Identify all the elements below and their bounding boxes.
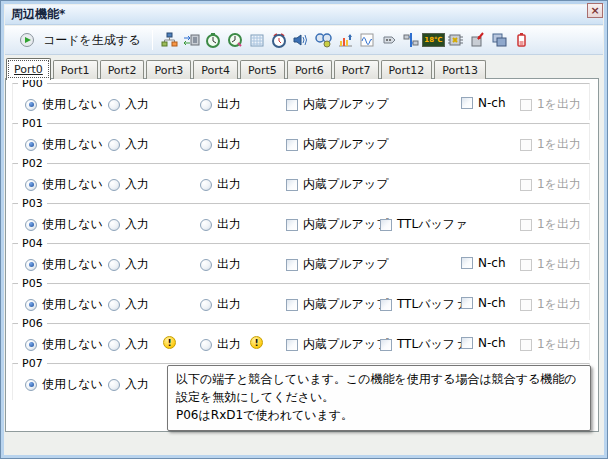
- lcd-temperature-icon[interactable]: 18℃: [422, 30, 444, 51]
- port-io-icon[interactable]: [180, 30, 202, 51]
- ad-converter-icon[interactable]: [334, 30, 356, 51]
- multiplier-chip-icon[interactable]: [444, 30, 466, 51]
- realtime-clock-icon[interactable]: [268, 30, 290, 51]
- device-tree-icon[interactable]: [158, 30, 180, 51]
- serial-bus-icon[interactable]: [400, 30, 422, 51]
- radio-input[interactable]: 入力: [108, 256, 149, 273]
- radio-indicator[interactable]: [200, 219, 212, 231]
- radio-unused[interactable]: 使用しない: [25, 216, 103, 233]
- radio-indicator[interactable]: [200, 339, 212, 351]
- checkbox-pullup[interactable]: 内蔵プルアップ: [286, 96, 388, 113]
- tab-port12[interactable]: Port12: [381, 60, 433, 79]
- radio-indicator[interactable]: [25, 99, 37, 111]
- radio-unused[interactable]: 使用しない: [25, 96, 103, 113]
- buzzer-icon[interactable]: [290, 30, 312, 51]
- checkbox-pullup[interactable]: 内蔵プルアップ: [286, 336, 388, 353]
- radio-input[interactable]: 入力: [108, 176, 149, 193]
- interval-grid-icon[interactable]: [246, 30, 268, 51]
- radio-indicator[interactable]: [108, 139, 120, 151]
- tab-port3[interactable]: Port3: [146, 60, 191, 79]
- cb-indicator[interactable]: [286, 219, 298, 231]
- cb-indicator[interactable]: [286, 139, 298, 151]
- watch-gear-icon[interactable]: [312, 30, 334, 51]
- watchdog-timer-icon[interactable]: [224, 30, 246, 51]
- checkbox-pullup[interactable]: 内蔵プルアップ: [286, 136, 388, 153]
- warning-icon[interactable]: !: [163, 336, 176, 349]
- radio-indicator[interactable]: [200, 259, 212, 271]
- radio-indicator[interactable]: [108, 179, 120, 191]
- radio-output[interactable]: 出力: [200, 256, 241, 273]
- radio-indicator[interactable]: [108, 219, 120, 231]
- checkbox-nch[interactable]: N-ch: [461, 336, 506, 350]
- chip-stack-icon[interactable]: [488, 30, 510, 51]
- radio-input[interactable]: 入力: [108, 216, 149, 233]
- radio-indicator[interactable]: [200, 139, 212, 151]
- checkbox-pullup[interactable]: 内蔵プルアップ: [286, 216, 388, 233]
- tab-port6[interactable]: Port6: [287, 60, 332, 79]
- radio-unused[interactable]: 使用しない: [25, 136, 103, 153]
- cb-indicator[interactable]: [286, 299, 298, 311]
- close-icon[interactable]: ×: [587, 3, 603, 18]
- radio-output[interactable]: 出力: [200, 216, 241, 233]
- cb-indicator[interactable]: [380, 299, 392, 311]
- radio-indicator[interactable]: [108, 259, 120, 271]
- tab-port7[interactable]: Port7: [334, 60, 379, 79]
- radio-input[interactable]: 入力: [108, 336, 149, 353]
- radio-indicator[interactable]: [108, 99, 120, 111]
- radio-unused[interactable]: 使用しない: [25, 296, 103, 313]
- radio-indicator[interactable]: [108, 299, 120, 311]
- cb-indicator[interactable]: [380, 339, 392, 351]
- checkbox-nch[interactable]: N-ch: [461, 256, 506, 270]
- radio-unused[interactable]: 使用しない: [25, 376, 103, 393]
- tab-port13[interactable]: Port13: [434, 60, 486, 79]
- radio-output[interactable]: 出力: [200, 336, 241, 353]
- radio-indicator[interactable]: [108, 379, 120, 391]
- cb-indicator[interactable]: [461, 257, 473, 269]
- cb-indicator[interactable]: [380, 219, 392, 231]
- radio-output[interactable]: 出力: [200, 296, 241, 313]
- radio-input[interactable]: 入力: [108, 296, 149, 313]
- cb-indicator[interactable]: [286, 339, 298, 351]
- checkbox-ttl[interactable]: TTLバッファ: [380, 296, 467, 313]
- radio-indicator[interactable]: [25, 139, 37, 151]
- dma-chip-icon[interactable]: [466, 30, 488, 51]
- radio-unused[interactable]: 使用しない: [25, 176, 103, 193]
- timer-icon[interactable]: [202, 30, 224, 51]
- tab-port4[interactable]: Port4: [193, 60, 238, 79]
- checkbox-nch[interactable]: N-ch: [461, 96, 506, 110]
- radio-unused[interactable]: 使用しない: [25, 336, 103, 353]
- radio-indicator[interactable]: [25, 379, 37, 391]
- radio-unused[interactable]: 使用しない: [25, 256, 103, 273]
- cb-indicator[interactable]: [461, 97, 473, 109]
- checkbox-pullup[interactable]: 内蔵プルアップ: [286, 176, 388, 193]
- checkbox-pullup[interactable]: 内蔵プルアップ: [286, 296, 388, 313]
- radio-indicator[interactable]: [200, 179, 212, 191]
- radio-output[interactable]: 出力: [200, 176, 241, 193]
- radio-output[interactable]: 出力: [200, 136, 241, 153]
- radio-indicator[interactable]: [25, 179, 37, 191]
- radio-indicator[interactable]: [108, 339, 120, 351]
- radio-input[interactable]: 入力: [108, 96, 149, 113]
- cb-indicator[interactable]: [461, 337, 473, 349]
- warning-icon[interactable]: !: [250, 336, 263, 349]
- cb-indicator[interactable]: [286, 179, 298, 191]
- radio-indicator[interactable]: [25, 219, 37, 231]
- checkbox-ttl[interactable]: TTLバッファ: [380, 336, 467, 353]
- checkbox-ttl[interactable]: TTLバッファ: [380, 216, 467, 233]
- serial-connector-icon[interactable]: [378, 30, 400, 51]
- radio-input[interactable]: 入力: [108, 376, 149, 393]
- cb-indicator[interactable]: [286, 99, 298, 111]
- radio-indicator[interactable]: [25, 339, 37, 351]
- radio-input[interactable]: 入力: [108, 136, 149, 153]
- checkbox-nch[interactable]: N-ch: [461, 296, 506, 310]
- da-waveform-icon[interactable]: [356, 30, 378, 51]
- radio-indicator[interactable]: [25, 299, 37, 311]
- generate-code-button[interactable]: コードを生成する: [10, 27, 146, 54]
- radio-indicator[interactable]: [25, 259, 37, 271]
- power-battery-icon[interactable]: [510, 30, 532, 51]
- tab-port0[interactable]: Port0: [6, 58, 51, 80]
- tab-port5[interactable]: Port5: [240, 60, 285, 79]
- cb-indicator[interactable]: [461, 297, 473, 309]
- radio-indicator[interactable]: [200, 299, 212, 311]
- radio-output[interactable]: 出力: [200, 96, 241, 113]
